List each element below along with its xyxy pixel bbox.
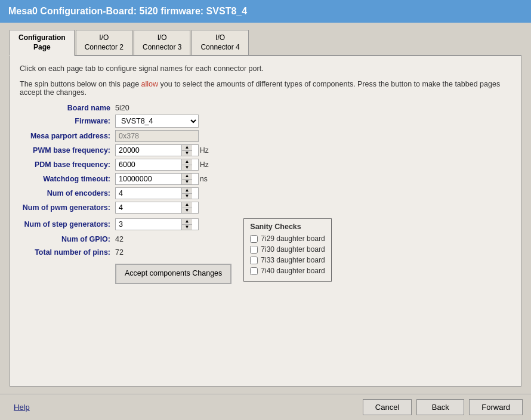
pwm-gen-spin-down[interactable]: ▼: [182, 208, 192, 214]
pdm-spin-buttons: ▲ ▼: [181, 159, 192, 170]
board-name-row: Board name 5i20: [20, 104, 511, 112]
tab-configuration-page[interactable]: ConfigurationPage: [10, 30, 75, 56]
sanity-7i29-checkbox[interactable]: [250, 235, 258, 243]
encoders-spin-buttons: ▲ ▼: [181, 188, 192, 199]
info-line2: The spin buttons below on this page allo…: [20, 80, 511, 97]
total-pins-row: Total number of pins: 72: [20, 248, 231, 257]
sanity-7i29-label: 7i29 daughter board: [261, 234, 325, 243]
sanity-checks-title: Sanity Checks: [250, 223, 325, 231]
encoders-spin-down[interactable]: ▼: [182, 193, 192, 199]
bottom-bar: Help Cancel Back Forward: [0, 394, 531, 420]
pdm-input[interactable]: [116, 159, 181, 170]
title-bar: Mesa0 Configuration-Board: 5i20 firmware…: [0, 0, 531, 23]
tab-io-connector-4[interactable]: I/OConnector 4: [192, 30, 248, 55]
pdm-spin-down[interactable]: ▼: [182, 165, 192, 171]
pwm-gen-label: Num of pwm generators:: [20, 203, 115, 212]
parport-row: Mesa parport address:: [20, 130, 511, 142]
sanity-7i30: 7i30 daughter board: [250, 245, 325, 254]
board-name-value: 5i20: [115, 104, 129, 112]
tab-io-connector-2[interactable]: I/OConnector 2: [76, 30, 132, 55]
pwm-gen-row: Num of pwm generators: ▲ ▼: [20, 202, 511, 214]
watchdog-input-group: ▲ ▼ ns: [115, 173, 208, 185]
step-gen-spin-buttons: ▲ ▼: [181, 219, 192, 230]
sanity-checks-box: Sanity Checks 7i29 daughter board 7i30 d…: [243, 218, 331, 282]
gpio-label: Num of GPIO:: [20, 235, 115, 243]
pwm-row: PWM base frequency: ▲ ▼ Hz: [20, 144, 511, 156]
firmware-label: Firmware:: [20, 117, 115, 125]
pwm-input[interactable]: [116, 145, 181, 156]
board-name-label: Board name: [20, 104, 115, 112]
bottom-left: Help: [8, 399, 363, 415]
pwm-gen-spin-up[interactable]: ▲: [182, 202, 192, 208]
watchdog-spin-buttons: ▲ ▼: [181, 174, 192, 184]
tab-io-connector-3[interactable]: I/OConnector 3: [134, 30, 190, 55]
sanity-7i33-label: 7i33 daughter board: [261, 256, 325, 264]
pwm-gen-input[interactable]: [116, 202, 181, 213]
pwm-gen-spin-buttons: ▲ ▼: [181, 202, 192, 213]
main-area: ConfigurationPage I/OConnector 2 I/OConn…: [0, 23, 531, 394]
back-button[interactable]: Back: [416, 399, 464, 415]
pwm-spin-up[interactable]: ▲: [182, 145, 192, 150]
pdm-unit: Hz: [200, 160, 209, 169]
watchdog-unit: ns: [200, 175, 208, 183]
sanity-7i33-checkbox[interactable]: [250, 257, 258, 264]
pwm-label: PWM base frequency:: [20, 146, 115, 155]
sanity-7i29: 7i29 daughter board: [250, 234, 325, 243]
pdm-label: PDM base frequency:: [20, 160, 115, 169]
watchdog-input[interactable]: [116, 174, 181, 184]
step-gen-spin-up[interactable]: ▲: [182, 219, 192, 224]
window-title: Mesa0 Configuration-Board: 5i20 firmware…: [8, 6, 247, 16]
info-line1: Click on each page tab to configure sign…: [20, 64, 511, 73]
parport-label: Mesa parport address:: [20, 132, 115, 140]
accept-components-button[interactable]: Accept components Changes: [115, 264, 231, 284]
pdm-input-group: ▲ ▼ Hz: [115, 159, 209, 171]
encoders-row: Num of encoders: ▲ ▼: [20, 187, 511, 199]
total-pins-label: Total number of pins:: [20, 248, 115, 257]
step-gen-input[interactable]: [116, 219, 181, 230]
watchdog-spinbox: ▲ ▼: [115, 173, 199, 185]
step-gen-spin-down[interactable]: ▼: [182, 224, 192, 230]
right-column: Sanity Checks 7i29 daughter board 7i30 d…: [243, 218, 331, 282]
pwm-spin-down[interactable]: ▼: [182, 150, 192, 156]
sanity-7i33: 7i33 daughter board: [250, 256, 325, 264]
left-column: Num of step generators: ▲ ▼ Num of GPIO:…: [20, 218, 231, 286]
encoders-input[interactable]: [116, 188, 181, 199]
firmware-select[interactable]: SVST8_4: [115, 115, 199, 128]
pwm-gen-spinbox: ▲ ▼: [115, 202, 199, 214]
step-gen-spinbox: ▲ ▼: [115, 218, 199, 230]
pwm-input-group: ▲ ▼ Hz: [115, 144, 209, 156]
pdm-spinbox: ▲ ▼: [115, 159, 199, 171]
gpio-row: Num of GPIO: 42: [20, 235, 231, 243]
step-gen-label: Num of step generators:: [20, 220, 115, 228]
pdm-spin-up[interactable]: ▲: [182, 159, 192, 165]
sanity-7i40-checkbox[interactable]: [250, 267, 258, 275]
step-gen-row: Num of step generators: ▲ ▼: [20, 218, 231, 230]
watchdog-spin-down[interactable]: ▼: [182, 179, 192, 185]
pdm-row: PDM base frequency: ▲ ▼ Hz: [20, 159, 511, 171]
gpio-value: 42: [115, 235, 124, 243]
lower-section: Num of step generators: ▲ ▼ Num of GPIO:…: [20, 218, 511, 286]
sanity-7i30-checkbox[interactable]: [250, 246, 258, 254]
forward-button[interactable]: Forward: [469, 399, 523, 415]
sanity-7i40-label: 7i40 daughter board: [261, 267, 325, 275]
total-pins-value: 72: [115, 248, 124, 257]
cancel-button[interactable]: Cancel: [363, 399, 412, 415]
pwm-spinbox: ▲ ▼: [115, 144, 199, 156]
watchdog-row: Watchdog timeout: ▲ ▼ ns: [20, 173, 511, 185]
help-button[interactable]: Help: [8, 399, 35, 415]
parport-input[interactable]: [115, 130, 199, 142]
sanity-7i30-label: 7i30 daughter board: [261, 245, 325, 254]
firmware-row: Firmware: SVST8_4: [20, 115, 511, 128]
tab-bar: ConfigurationPage I/OConnector 2 I/OConn…: [10, 30, 521, 56]
sanity-7i40: 7i40 daughter board: [250, 267, 325, 275]
content-panel: Click on each page tab to configure sign…: [10, 56, 521, 387]
pwm-spin-buttons: ▲ ▼: [181, 145, 192, 156]
accept-btn-row: Accept components Changes: [20, 261, 231, 284]
form-section: Board name 5i20 Firmware: SVST8_4 Mesa p…: [20, 104, 511, 216]
bottom-right: Cancel Back Forward: [363, 399, 523, 415]
encoders-spinbox: ▲ ▼: [115, 187, 199, 199]
watchdog-spin-up[interactable]: ▲: [182, 174, 192, 179]
pwm-unit: Hz: [200, 146, 209, 155]
encoders-spin-up[interactable]: ▲: [182, 188, 192, 193]
watchdog-label: Watchdog timeout:: [20, 175, 115, 183]
